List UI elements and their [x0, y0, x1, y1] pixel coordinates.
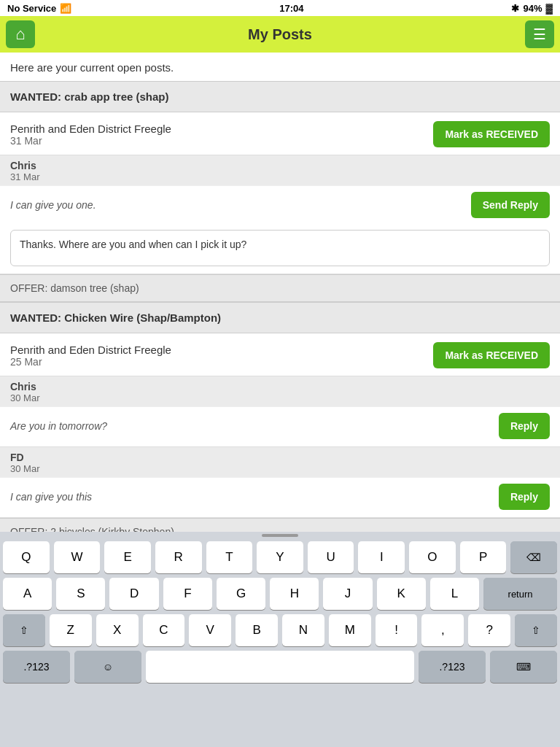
keyboard-row-4: .?123 ☺ .?123 ⌨ [0, 649, 560, 685]
send-reply-btn-1[interactable]: Send Reply [471, 192, 550, 218]
message-row-1: Chris 31 Mar [0, 155, 560, 185]
message-content-2b: I can give you this Reply [0, 477, 560, 517]
key-u[interactable]: U [308, 541, 354, 573]
post-section-1: WANTED: crab app tree (shap) Penrith and… [0, 81, 560, 302]
post-meta-2: Penrith and Eden District Freegle 25 Mar… [0, 333, 560, 376]
key-q[interactable]: Q [3, 541, 50, 573]
key-j[interactable]: J [323, 578, 372, 610]
battery-text: 94% [523, 3, 542, 14]
key-z[interactable]: Z [50, 614, 92, 646]
key-a[interactable]: A [3, 578, 52, 610]
reply-btn-2b[interactable]: Reply [499, 484, 550, 510]
post-meta-1: Penrith and Eden District Freegle 31 Mar… [0, 112, 560, 155]
key-i[interactable]: I [358, 541, 405, 573]
message-sender-1: Chris [10, 160, 550, 171]
post-title-2: WANTED: Chicken Wire (Shap/Bampton) [0, 302, 560, 333]
key-h[interactable]: H [270, 578, 319, 610]
key-k[interactable]: K [377, 578, 426, 610]
offer-bar-1: OFFER: damson tree (shap) [0, 274, 560, 302]
post-location-2: Penrith and Eden District Freegle [10, 344, 171, 356]
key-r[interactable]: R [155, 541, 202, 573]
post-section-2: WANTED: Chicken Wire (Shap/Bampton) Penr… [0, 302, 560, 532]
key-e[interactable]: E [104, 541, 151, 573]
key-exclaim[interactable]: ! [376, 614, 418, 646]
wifi-icon: 📶 [60, 3, 71, 14]
key-g[interactable]: G [217, 578, 265, 610]
key-comma[interactable]: , [421, 614, 464, 646]
home-icon: ⌂ [15, 25, 25, 44]
mark-received-btn-1[interactable]: Mark as RECEIVED [433, 121, 550, 147]
delete-key[interactable]: ⌫ [510, 541, 557, 573]
keyboard-row-1: Q W E R T Y U I O P ⌫ [0, 539, 560, 576]
key-question[interactable]: ? [468, 614, 510, 646]
message-date-2a: 30 Mar [10, 392, 550, 403]
key-y[interactable]: Y [257, 541, 303, 573]
keyboard-hide-key[interactable]: ⌨ [490, 651, 557, 683]
key-s[interactable]: S [56, 578, 105, 610]
status-bar: No Service 📶 17:04 ✱ 94% ▓ [0, 0, 560, 16]
keyboard-row-2: A S D F G H J K L return [0, 576, 560, 612]
numbers-left-key[interactable]: .?123 [3, 651, 70, 683]
key-o[interactable]: O [409, 541, 456, 573]
emoji-key[interactable]: ☺ [74, 651, 141, 683]
signal-text: No Service [7, 3, 56, 14]
key-f[interactable]: F [163, 578, 212, 610]
post-card-2: Penrith and Eden District Freegle 25 Mar… [0, 333, 560, 518]
mark-received-btn-2[interactable]: Mark as RECEIVED [433, 342, 550, 368]
message-text-2a: Are you in tomorrow? [10, 420, 107, 432]
intro-text: Here are your current open posts. [0, 53, 560, 81]
message-date-2b: 30 Mar [10, 463, 550, 474]
message-text-1: I can give you one. [10, 199, 96, 211]
keyboard-handle [0, 532, 560, 539]
shift-left-key[interactable]: ⇧ [3, 614, 45, 646]
message-row-2b: FD 30 Mar [0, 446, 560, 477]
post-card-1: Penrith and Eden District Freegle 31 Mar… [0, 112, 560, 274]
key-c[interactable]: C [143, 614, 185, 646]
home-button[interactable]: ⌂ [6, 20, 35, 48]
bluetooth-icon: ✱ [511, 3, 519, 14]
reply-btn-2a[interactable]: Reply [499, 413, 550, 439]
key-l[interactable]: L [430, 578, 479, 610]
battery-icon: ▓ [546, 3, 553, 14]
page-title: My Posts [248, 26, 312, 43]
time-display: 17:04 [279, 3, 303, 14]
message-date-1: 31 Mar [10, 171, 550, 182]
key-t[interactable]: T [206, 541, 253, 573]
return-key[interactable]: return [483, 578, 557, 610]
keyboard-handle-bar [262, 534, 298, 537]
numbers-right-key[interactable]: .?123 [419, 651, 486, 683]
menu-icon: ☰ [533, 26, 546, 43]
key-m[interactable]: M [329, 614, 371, 646]
post-date-1: 31 Mar [10, 135, 171, 147]
key-w[interactable]: W [54, 541, 101, 573]
key-p[interactable]: P [460, 541, 507, 573]
key-x[interactable]: X [96, 614, 139, 646]
key-b[interactable]: B [236, 614, 278, 646]
message-content-1: I can give you one. Send Reply [0, 185, 560, 225]
key-n[interactable]: N [282, 614, 324, 646]
app-header: ⌂ My Posts ☰ [0, 16, 560, 53]
main-content: Here are your current open posts. WANTED… [0, 53, 560, 532]
post-date-2: 25 Mar [10, 356, 171, 368]
software-keyboard: Q W E R T Y U I O P ⌫ A S D F G H J K L … [0, 532, 560, 747]
post-title-1: WANTED: crab app tree (shap) [0, 81, 560, 112]
message-row-2a: Chris 30 Mar [0, 376, 560, 406]
message-sender-2b: FD [10, 452, 550, 463]
keyboard-row-3: ⇧ Z X C V B N M ! , ? ⇧ [0, 612, 560, 649]
message-content-2a: Are you in tomorrow? Reply [0, 406, 560, 446]
key-v[interactable]: V [189, 614, 231, 646]
message-sender-2a: Chris [10, 381, 550, 392]
post-location-1: Penrith and Eden District Freegle [10, 123, 171, 135]
message-text-2b: I can give you this [10, 491, 92, 503]
reply-box-1[interactable]: Thanks. Where are you and when can I pic… [10, 230, 550, 266]
shift-right-key[interactable]: ⇧ [515, 614, 557, 646]
menu-button[interactable]: ☰ [525, 20, 554, 48]
offer-bar-2: OFFER: 2 bicycles (Kirkby Stephen) [0, 518, 560, 532]
space-key[interactable] [146, 651, 414, 683]
key-d[interactable]: D [109, 578, 158, 610]
